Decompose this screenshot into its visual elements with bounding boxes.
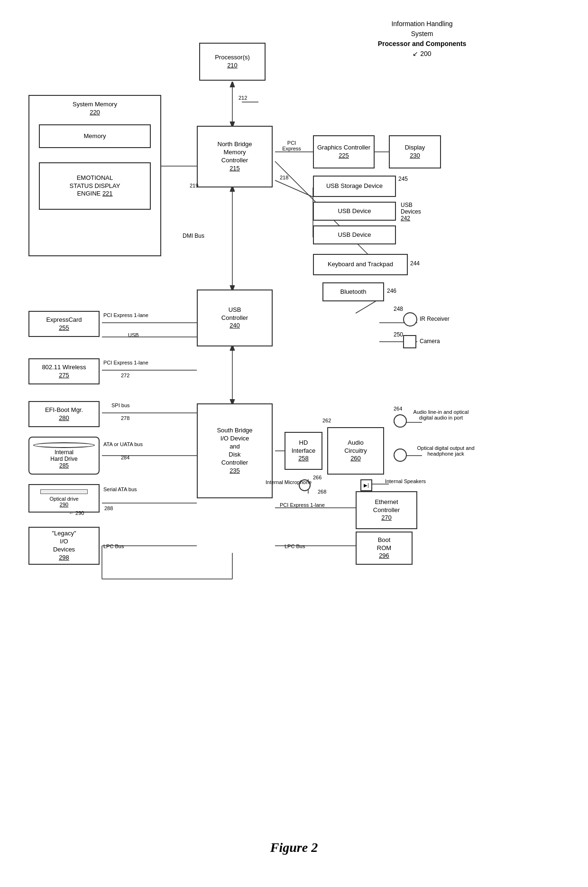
lpc-bus-left-label: LPC Bus [103,543,124,549]
ata-bus-text: ATA or UATA bus [103,441,143,447]
display-box: Display 230 [389,135,441,168]
boot-rom-num: 296 [379,552,389,560]
audio-line-in-icon [394,414,407,428]
usb-device1-box: USB Device [313,202,396,221]
num-262-text: 262 [322,418,331,423]
system-memory-label: System Memory [73,101,117,108]
system-memory-box: System Memory 220 Memory EMOTIONALSTATUS… [28,95,161,256]
diagram: Information Handling System Processor an… [0,0,588,831]
internal-hdd-box: InternalHard Drive 285 [28,437,100,475]
ir-num: 248 [394,306,403,312]
usb-storage-label: USB Storage Device [326,182,383,190]
keyboard-num: 244 [410,260,420,267]
north-bridge-num: 215 [230,165,240,173]
south-bridge-box: South BridgeI/O DeviceandDiskController … [197,403,273,498]
dmi-bus-label: DMI Bus [183,233,204,239]
num-262: 262 [322,418,331,423]
ir-receiver-label: IR Receiver [420,316,450,322]
pci-express-1lane-express-text: PCI Express 1-lane [103,312,148,318]
expresscard-box: ExpressCard 255 [28,311,100,337]
ir-receiver-icon [403,312,417,327]
lpc-bus-right-text: LPC Bus [285,543,305,549]
north-bridge-box: North BridgeMemoryController 215 [197,126,273,187]
bluetooth-label: Bluetooth [340,288,367,296]
legacy-io-num: 298 [59,554,69,562]
audio-line-in-label: Audio line-in and optical digital audio … [410,409,472,420]
internal-mic-text: Internal Microphone [266,479,312,485]
ethernet-box: EthernetController 270 [356,491,417,529]
dmi-bus-text: DMI Bus [183,233,204,239]
graphics-controller-box: Graphics Controller 225 [313,135,375,168]
optical-drive-box: Optical drive 290 [28,484,100,513]
processor-box: Processor(s) 210 [199,43,266,81]
usb-label: USB [128,332,139,338]
num-212-text: 212 [239,95,247,101]
lpc-bus-right-label: LPC Bus [285,543,305,549]
spi-bus-text: SPI bus [111,402,130,408]
num-278: 278 [121,415,129,421]
ir-receiver-text: IR Receiver [420,316,450,322]
num-272: 272 [121,373,129,378]
internal-speakers-text: Internal Speakers [385,478,426,484]
num-278-text: 278 [121,415,129,421]
title-block: Information Handling System Processor an… [370,19,474,59]
internal-speakers-label: Internal Speakers [375,478,436,484]
optical-drive-label: Optical drive [49,496,78,502]
svg-line-4 [275,180,313,197]
spi-bus-label: SPI bus [111,402,130,408]
ata-bus-label: ATA or UATA bus [103,441,143,447]
usb-devices-text: USBDevices242 [401,202,421,222]
pci-express-1lane-express-label: PCI Express 1-lane [103,312,148,318]
expresscard-num: 255 [59,324,69,332]
boot-rom-box: BootROM 296 [356,532,413,565]
num-219: 219 [190,183,198,188]
efi-boot-box: EFI-Boot Mgr. 280 [28,401,100,427]
south-bridge-num: 235 [230,467,240,475]
internal-speakers-icon: ▶| [360,479,372,491]
emotional-label: EMOTIONALSTATUS DISPLAYENGINE 221 [70,174,120,198]
optical-drive-num: 290 [60,502,68,507]
graphics-label: Graphics Controller [317,144,370,152]
num-212: 212 [239,95,247,101]
usb-device1-label: USB Device [338,207,371,215]
internal-hdd-num: 285 [59,462,69,469]
graphics-num: 225 [339,152,349,160]
south-bridge-label: South BridgeI/O DeviceandDiskController [217,427,252,467]
efi-boot-label: EFI-Boot Mgr. [45,406,83,414]
expresscard-label: ExpressCard [46,316,82,324]
usb-device2-box: USB Device [313,225,396,244]
processor-label: Processor(s) [215,54,250,62]
audio-line-in-text: Audio line-in and optical digital audio … [413,409,469,420]
usb-storage-box: USB Storage Device [313,176,396,197]
efi-boot-num: 280 [59,414,69,422]
num-268: 268 [318,489,326,495]
hd-interface-box: HDInterface 258 [285,432,322,470]
keyboard-box: Keyboard and Trackpad [313,254,408,275]
camera-icon [403,335,416,348]
title-number: 200 [420,50,431,57]
ethernet-label: EthernetController [373,498,400,514]
num-290-label: ← 290 [69,510,84,516]
serial-ata-text: Serial ATA bus [103,486,137,492]
num-218-text: 218 [280,175,288,180]
memory-box: Memory [39,124,151,148]
camera-num: 250 [394,331,403,338]
num-264-text: 264 [394,406,402,411]
system-memory-num: 220 [90,109,100,116]
num-284: 284 [121,455,129,460]
usb-storage-num: 245 [398,176,408,182]
wireless-box: 802.11 Wireless 275 [28,358,100,384]
num-272-text: 272 [121,373,129,378]
usb-controller-label: USBController [221,306,248,322]
audio-circuitry-num: 260 [350,455,361,463]
boot-rom-label: BootROM [377,536,391,552]
bluetooth-num: 246 [387,288,396,294]
num-219-text: 219 [190,183,198,188]
title-line3: Processor and Components [378,40,467,47]
wireless-num: 275 [59,372,69,380]
legacy-io-box: "Legacy"I/ODevices 298 [28,527,100,565]
memory-label: Memory [84,132,106,140]
emotional-num: 221 [102,190,113,197]
bluetooth-box: Bluetooth [322,282,384,301]
title-line2: System [411,30,433,37]
